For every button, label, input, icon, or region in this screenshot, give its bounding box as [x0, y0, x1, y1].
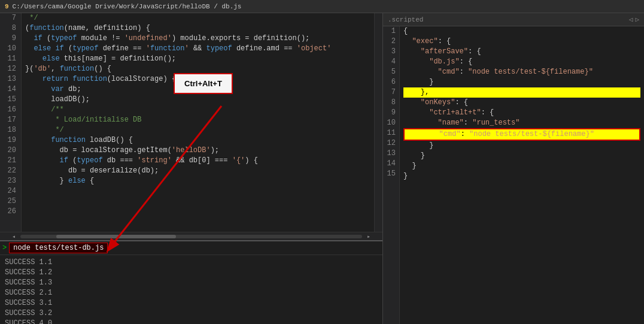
- line-number: 26: [5, 207, 16, 217]
- title-icon: 9: [5, 3, 9, 10]
- right-code-line: "afterSave": {: [403, 47, 640, 57]
- right-code-line: }: [403, 161, 640, 171]
- right-code-line: "exec": {: [403, 37, 640, 47]
- right-line-number: 11: [387, 128, 396, 138]
- line-number: 18: [5, 125, 16, 135]
- right-line-number: 1: [387, 26, 396, 37]
- code-line: db = localStorage.getItem('helloDB');: [25, 146, 370, 156]
- right-line-number: 10: [387, 118, 396, 128]
- right-line-number: 5: [387, 67, 396, 77]
- code-line: * Load/initialise DB: [25, 115, 370, 125]
- right-code-line: },: [403, 87, 640, 98]
- right-panel-title: .scripted: [388, 16, 423, 23]
- line-number: 14: [5, 84, 16, 95]
- right-panel-header: .scripted ◁ ▷: [383, 13, 644, 26]
- line-number: 11: [5, 54, 16, 64]
- terminal-panel: > node tests/test-db.js SUCCESS 1.1SUCCE…: [0, 240, 382, 324]
- line-number: 21: [5, 156, 16, 166]
- line-number: 16: [5, 105, 16, 115]
- right-code-area[interactable]: 123456789101112131415 { "exec": { "after…: [383, 26, 644, 324]
- terminal-prompt: >: [2, 244, 7, 252]
- terminal-command: node tests/test-db.js: [9, 243, 108, 253]
- code-line: /**: [25, 105, 370, 115]
- right-line-number: 3: [387, 47, 396, 57]
- line-number: 20: [5, 146, 16, 156]
- right-code-line: }: [403, 77, 640, 87]
- right-line-number: 15: [387, 169, 396, 179]
- line-number: 12: [5, 64, 16, 74]
- right-line-number: 8: [387, 98, 396, 108]
- code-content[interactable]: */(function(name, definition) { if (type…: [22, 13, 374, 232]
- code-line: else this[name] = definition();: [25, 54, 370, 64]
- right-code-line: "onKeys": {: [403, 98, 640, 108]
- nav-left-arrow[interactable]: ◁: [629, 16, 633, 23]
- line-number: 25: [5, 196, 16, 207]
- right-code-line: }: [403, 171, 640, 181]
- code-line: */: [25, 125, 370, 135]
- right-line-number: 13: [387, 149, 396, 159]
- line-number: 19: [5, 135, 16, 146]
- right-code-line: "db.js": {: [403, 57, 640, 67]
- terminal-output-line: SUCCESS 1.2: [5, 268, 378, 278]
- right-code-line: }: [403, 151, 640, 161]
- terminal-output-line: SUCCESS 3.2: [5, 308, 378, 319]
- right-code-content[interactable]: { "exec": { "afterSave": { "db.js": { "c…: [400, 26, 644, 324]
- code-area[interactable]: 7891011121314151617181920212223242526 */…: [0, 13, 382, 232]
- terminal-output-line: SUCCESS 4.0: [5, 319, 378, 324]
- right-nav-arrows: ◁ ▷: [629, 16, 639, 23]
- main-area: 7891011121314151617181920212223242526 */…: [0, 13, 644, 324]
- line-number: 9: [5, 34, 16, 44]
- terminal-output-line: SUCCESS 3.1: [5, 298, 378, 308]
- code-line: (function(name, definition) {: [25, 23, 370, 34]
- right-code-line: "cmd": "node tests/test-${filename}": [403, 67, 640, 77]
- code-line: loadDB();: [25, 95, 370, 105]
- editor-panel: 7891011121314151617181920212223242526 */…: [0, 13, 383, 324]
- line-number: 10: [5, 44, 16, 54]
- right-code-line: {: [403, 26, 640, 37]
- code-line: if (typeof db === 'string' && db[0] === …: [25, 156, 370, 166]
- right-line-number: 9: [387, 108, 396, 118]
- right-code-line: "ctrl+alt+t": {: [403, 108, 640, 118]
- right-line-number: 6: [387, 77, 396, 87]
- terminal-output-line: SUCCESS 1.3: [5, 278, 378, 288]
- terminal-input-line[interactable]: > node tests/test-db.js: [0, 241, 382, 255]
- line-number: 13: [5, 74, 16, 84]
- right-line-number: 14: [387, 159, 396, 169]
- horizontal-scrollbar[interactable]: ◂ ▸: [0, 232, 382, 240]
- line-number: 15: [5, 95, 16, 105]
- right-line-number: 12: [387, 138, 396, 149]
- right-panel: .scripted ◁ ▷ 123456789101112131415 { "e…: [383, 13, 644, 324]
- line-number: 22: [5, 166, 16, 176]
- title-path: C:/Users/cama/Google Drive/Work/JavaScri…: [13, 3, 242, 10]
- line-number: 24: [5, 186, 16, 196]
- right-code-line: "name": "run_tests": [403, 118, 640, 128]
- terminal-output-line: SUCCESS 1.1: [5, 258, 378, 268]
- line-numbers: 7891011121314151617181920212223242526: [0, 13, 22, 232]
- code-line: } else {: [25, 176, 370, 186]
- right-code-line: }: [403, 141, 640, 151]
- right-line-number: 4: [387, 57, 396, 67]
- keyboard-shortcut-tooltip: Ctrl+Alt+T: [174, 73, 233, 94]
- code-line: db = deserialize(db);: [25, 166, 370, 176]
- line-number: 8: [5, 23, 16, 34]
- code-line: else if (typeof define == 'function' && …: [25, 44, 370, 54]
- code-line: function loadDB() {: [25, 135, 370, 146]
- line-number: 23: [5, 176, 16, 186]
- terminal-output: SUCCESS 1.1SUCCESS 1.2SUCCESS 1.3SUCCESS…: [0, 255, 382, 324]
- code-line: */: [25, 13, 370, 23]
- line-number: 17: [5, 115, 16, 125]
- right-line-numbers: 123456789101112131415: [383, 26, 400, 324]
- code-line: if (typeof module != 'undefined') module…: [25, 34, 370, 44]
- vertical-scrollbar[interactable]: [374, 13, 382, 232]
- line-number: 7: [5, 13, 16, 23]
- right-code-line: "cmd": "node tests/test-${filename}": [403, 128, 640, 141]
- right-line-number: 7: [387, 87, 396, 98]
- title-bar: 9 C:/Users/cama/Google Drive/Work/JavaSc…: [0, 0, 644, 13]
- nav-right-arrow[interactable]: ▷: [635, 16, 639, 23]
- terminal-output-line: SUCCESS 2.1: [5, 288, 378, 298]
- right-line-number: 2: [387, 37, 396, 47]
